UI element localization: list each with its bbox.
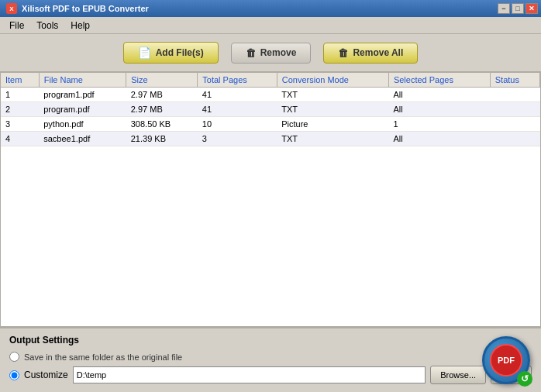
- col-header-selected-pages: Selected Pages: [388, 73, 490, 88]
- col-header-status: Status: [490, 73, 539, 88]
- remove-label: Remove: [260, 47, 297, 58]
- cell-size: 308.50 KB: [126, 117, 198, 132]
- cell-total_pages: 10: [198, 117, 277, 132]
- window-controls[interactable]: − □ ✕: [498, 3, 538, 14]
- pdf-logo-inner: PDF ↺: [490, 344, 522, 377]
- col-header-filename: File Name: [39, 73, 126, 88]
- pdf-logo-arrow: ↺: [517, 371, 532, 387]
- cell-conversion_mode: Picture: [277, 117, 388, 132]
- file-table: Item File Name Size Total Pages Conversi…: [1, 73, 540, 146]
- col-header-item: Item: [1, 73, 39, 88]
- menu-help[interactable]: Help: [64, 19, 96, 33]
- cell-status: [490, 117, 539, 132]
- cell-conversion_mode: TXT: [277, 132, 388, 146]
- table-row[interactable]: 3python.pdf308.50 KB10Picture1: [1, 117, 540, 132]
- cell-item: 3: [1, 117, 39, 132]
- pdf-logo-text: PDF: [498, 356, 515, 365]
- same-folder-radio[interactable]: [9, 352, 19, 362]
- remove-all-label: Remove All: [353, 47, 403, 58]
- main-content: Add File(s) Remove Remove All Item File …: [0, 34, 541, 392]
- menu-file[interactable]: File: [3, 19, 30, 33]
- cell-filename: sacbee1.pdf: [39, 132, 126, 146]
- cell-size: 21.39 KB: [126, 132, 198, 146]
- customize-label[interactable]: Customize: [24, 370, 68, 380]
- cell-status: [490, 132, 539, 146]
- same-folder-label[interactable]: Save in the same folder as the original …: [24, 352, 182, 362]
- cell-filename: python.pdf: [39, 117, 126, 132]
- restore-button[interactable]: □: [512, 3, 524, 14]
- col-header-size: Size: [126, 73, 198, 88]
- toolbar: Add File(s) Remove Remove All: [0, 34, 541, 72]
- cell-conversion_mode: TXT: [277, 102, 388, 117]
- cell-selected_pages: All: [388, 102, 490, 117]
- remove-icon: [246, 47, 256, 59]
- cell-size: 2.97 MB: [126, 88, 198, 102]
- output-settings-title: Output Settings: [9, 335, 532, 346]
- cell-total_pages: 41: [198, 102, 277, 117]
- cell-filename: program.pdf: [39, 102, 126, 117]
- remove-all-icon: [338, 47, 348, 59]
- cell-conversion_mode: TXT: [277, 88, 388, 102]
- menu-tools[interactable]: Tools: [30, 19, 64, 33]
- same-folder-row: Save in the same folder as the original …: [9, 352, 532, 362]
- add-files-label: Add File(s): [156, 47, 204, 58]
- add-files-button[interactable]: Add File(s): [123, 42, 219, 64]
- pdf-logo: PDF ↺: [482, 336, 530, 384]
- col-header-conversion-mode: Conversion Mode: [277, 73, 388, 88]
- customize-row: Customize Browse... Open: [9, 366, 532, 384]
- table-header-row: Item File Name Size Total Pages Conversi…: [1, 73, 540, 88]
- cell-status: [490, 88, 539, 102]
- cell-status: [490, 102, 539, 117]
- table-row[interactable]: 1program1.pdf2.97 MB41TXTAll: [1, 88, 540, 102]
- cell-item: 2: [1, 102, 39, 117]
- cell-selected_pages: All: [388, 88, 490, 102]
- close-button[interactable]: ✕: [525, 3, 538, 14]
- customize-radio[interactable]: [9, 370, 19, 380]
- remove-all-button[interactable]: Remove All: [323, 43, 418, 64]
- browse-button[interactable]: Browse...: [430, 366, 486, 384]
- table-row[interactable]: 2program.pdf2.97 MB41TXTAll: [1, 102, 540, 117]
- table-row[interactable]: 4sacbee1.pdf21.39 KB3TXTAll: [1, 132, 540, 146]
- cell-item: 1: [1, 88, 39, 102]
- file-table-container: Item File Name Size Total Pages Conversi…: [0, 72, 541, 327]
- cell-total_pages: 3: [198, 132, 277, 146]
- col-header-total-pages: Total Pages: [198, 73, 277, 88]
- cell-selected_pages: All: [388, 132, 490, 146]
- remove-button[interactable]: Remove: [231, 43, 312, 64]
- cell-total_pages: 41: [198, 88, 277, 102]
- customize-path-input[interactable]: [73, 366, 426, 383]
- cell-item: 4: [1, 132, 39, 146]
- window-title: Xilisoft PDF to EPUB Converter: [22, 4, 149, 13]
- cell-selected_pages: 1: [388, 117, 490, 132]
- minimize-button[interactable]: −: [498, 3, 510, 14]
- cell-size: 2.97 MB: [126, 102, 198, 117]
- title-bar-left: X Xilisoft PDF to EPUB Converter: [6, 3, 149, 14]
- add-files-icon: [138, 46, 151, 59]
- output-settings: Output Settings Save in the same folder …: [0, 327, 541, 392]
- title-bar: X Xilisoft PDF to EPUB Converter − □ ✕: [0, 0, 541, 17]
- menu-bar: File Tools Help: [0, 17, 541, 34]
- cell-filename: program1.pdf: [39, 88, 126, 102]
- app-icon: X: [6, 3, 17, 14]
